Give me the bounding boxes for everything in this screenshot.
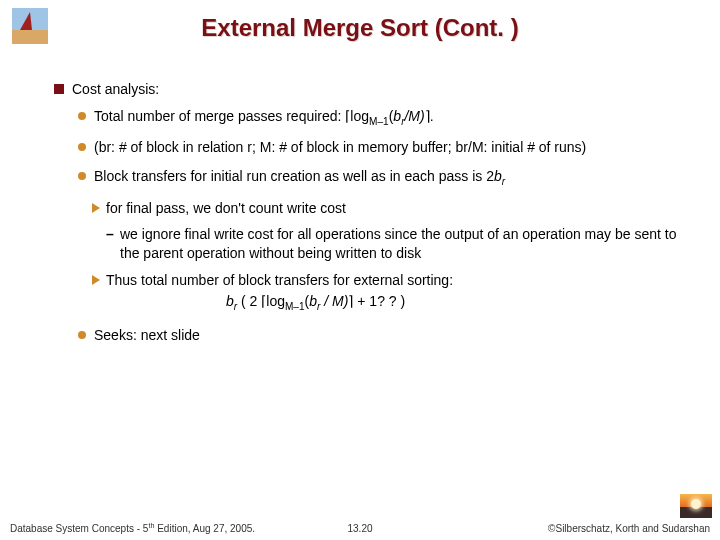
var-b: b [393, 108, 401, 124]
tail: + 1? ? ) [353, 293, 405, 309]
bullet-level2: for final pass, we don't count write cos… [106, 199, 690, 218]
text-total-transfers: Thus total number of block transfers for… [106, 272, 453, 288]
logo-top-left [12, 8, 48, 44]
bullet-level1: (br: # of block in relation r; M: # of b… [94, 138, 690, 157]
text-passes-pre: Total number of merge passes required: [94, 108, 345, 124]
bullet-level1: Block transfers for initial run creation… [94, 167, 690, 188]
var-b: b [494, 168, 502, 184]
var-b2: b [309, 293, 317, 309]
var-b: b [226, 293, 234, 309]
sub-m1: M–1 [369, 116, 389, 127]
bullet-level2: Thus total number of block transfers for… [106, 271, 690, 313]
square-bullet-icon [54, 84, 64, 94]
dash-bullet-icon: – [106, 225, 114, 244]
triangle-bullet-icon [92, 275, 100, 285]
text-defs: (br: # of block in relation r; M: # of b… [94, 139, 586, 155]
slash-m: /M) [404, 108, 424, 124]
triangle-bullet-icon [92, 203, 100, 213]
logo-bottom-right [680, 494, 712, 518]
open: ( 2 [237, 293, 261, 309]
text-cost-analysis: Cost analysis: [72, 81, 159, 97]
rest: / M) [320, 293, 348, 309]
text-transfers: Block transfers for initial run creation… [94, 168, 494, 184]
bullet-level1: Seeks: next slide [94, 326, 690, 345]
slide-title: External Merge Sort (Cont. ) [0, 0, 720, 42]
dot-bullet-icon [78, 331, 86, 339]
footer-left-b: Edition, Aug 27, 2005. [154, 523, 255, 534]
text-final-pass: for final pass, we don't count write cos… [106, 200, 346, 216]
footer-left: Database System Concepts - 5th Edition, … [10, 521, 255, 534]
footer: Database System Concepts - 5th Edition, … [10, 521, 710, 534]
footer-left-a: Database System Concepts - 5 [10, 523, 148, 534]
sub-r: r [502, 176, 505, 187]
bullet-level0: Cost analysis: [72, 80, 690, 99]
log: log [350, 108, 369, 124]
dot-bullet-icon [78, 112, 86, 120]
footer-right: ©Silberschatz, Korth and Sudarshan [548, 523, 710, 534]
text-ignore-write: we ignore final write cost for all opera… [120, 226, 676, 261]
dot-bullet-icon [78, 172, 86, 180]
sub-m1: M–1 [285, 301, 305, 312]
slide-body: Cost analysis: Total number of merge pas… [72, 80, 690, 354]
bullet-level3: – we ignore final write cost for all ope… [120, 225, 690, 263]
text-seeks: Seeks: next slide [94, 327, 200, 343]
bullet-level1: Total number of merge passes required: ⌈… [94, 107, 690, 128]
dot-bullet-icon [78, 143, 86, 151]
slide-number: 13.20 [347, 523, 372, 534]
formula: br ( 2 ⌈logM–1(br / M)⌉ + 1? ? ) [226, 292, 690, 313]
period: . [430, 108, 434, 124]
log: log [266, 293, 285, 309]
